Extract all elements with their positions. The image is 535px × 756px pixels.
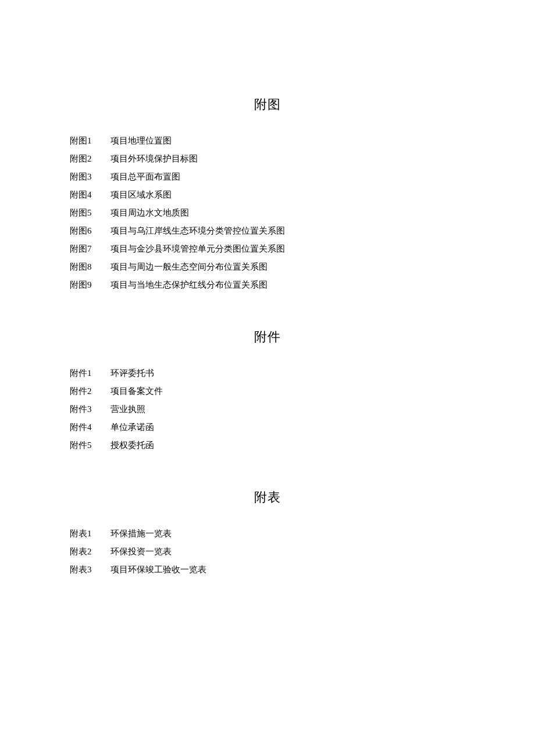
item-description: 环保投资一览表: [110, 543, 465, 560]
item-label: 附件3: [70, 400, 110, 418]
item-description: 项目环保竣工验收一览表: [110, 561, 465, 578]
item-label: 附件1: [70, 364, 110, 382]
list-item: 附图6 项目与乌江岸线生态环境分类管控位置关系图: [70, 222, 465, 239]
item-label: 附图6: [70, 222, 110, 239]
list-item: 附图9 项目与当地生态保护红线分布位置关系图: [70, 276, 465, 293]
item-description: 营业执照: [110, 400, 465, 418]
list-item: 附件2 项目备案文件: [70, 382, 465, 400]
attachments-list: 附件1 环评委托书 附件2 项目备案文件 附件3 营业执照 附件4 单位承诺函 …: [70, 364, 465, 454]
item-description: 项目区域水系图: [110, 186, 465, 203]
list-item: 附图8 项目与周边一般生态空间分布位置关系图: [70, 258, 465, 275]
item-label: 附件2: [70, 382, 110, 400]
item-label: 附图2: [70, 150, 110, 167]
list-item: 附图5 项目周边水文地质图: [70, 204, 465, 221]
item-description: 环评委托书: [110, 364, 465, 382]
item-description: 单位承诺函: [110, 418, 465, 436]
list-item: 附图7 项目与金沙县环境管控单元分类图位置关系图: [70, 240, 465, 257]
item-description: 项目总平面布置图: [110, 168, 465, 185]
item-description: 环保措施一览表: [110, 525, 465, 542]
item-label: 附图8: [70, 258, 110, 275]
item-description: 项目与当地生态保护红线分布位置关系图: [110, 276, 465, 293]
item-label: 附图9: [70, 276, 110, 293]
list-item: 附图4 项目区域水系图: [70, 186, 465, 203]
tables-list: 附表1 环保措施一览表 附表2 环保投资一览表 附表3 项目环保竣工验收一览表: [70, 525, 465, 578]
list-item: 附件3 营业执照: [70, 400, 465, 418]
list-item: 附表1 环保措施一览表: [70, 525, 465, 542]
item-description: 项目与金沙县环境管控单元分类图位置关系图: [110, 240, 465, 257]
section-attachments: 附件 附件1 环评委托书 附件2 项目备案文件 附件3 营业执照 附件4 单位承…: [70, 328, 465, 454]
list-item: 附件5 授权委托函: [70, 436, 465, 454]
list-item: 附件1 环评委托书: [70, 364, 465, 382]
item-label: 附图4: [70, 186, 110, 203]
list-item: 附件4 单位承诺函: [70, 418, 465, 436]
section-title-tables: 附表: [70, 489, 465, 506]
item-label: 附件5: [70, 436, 110, 454]
item-description: 项目备案文件: [110, 382, 465, 400]
item-label: 附图5: [70, 204, 110, 221]
item-label: 附表3: [70, 561, 110, 578]
list-item: 附表2 环保投资一览表: [70, 543, 465, 560]
document-page: 附图 附图1 项目地理位置图 附图2 项目外环境保护目标图 附图3 项目总平面布…: [0, 0, 535, 578]
item-description: 项目地理位置图: [110, 132, 465, 149]
section-tables: 附表 附表1 环保措施一览表 附表2 环保投资一览表 附表3 项目环保竣工验收一…: [70, 489, 465, 578]
item-description: 项目周边水文地质图: [110, 204, 465, 221]
item-description: 项目与乌江岸线生态环境分类管控位置关系图: [110, 222, 465, 239]
item-description: 授权委托函: [110, 436, 465, 454]
item-label: 附图7: [70, 240, 110, 257]
list-item: 附图1 项目地理位置图: [70, 132, 465, 149]
item-label: 附表2: [70, 543, 110, 560]
section-title-figures: 附图: [70, 96, 465, 113]
item-label: 附件4: [70, 418, 110, 436]
list-item: 附表3 项目环保竣工验收一览表: [70, 561, 465, 578]
section-figures: 附图 附图1 项目地理位置图 附图2 项目外环境保护目标图 附图3 项目总平面布…: [70, 96, 465, 293]
item-label: 附图1: [70, 132, 110, 149]
list-item: 附图3 项目总平面布置图: [70, 168, 465, 185]
item-description: 项目外环境保护目标图: [110, 150, 465, 167]
item-label: 附图3: [70, 168, 110, 185]
list-item: 附图2 项目外环境保护目标图: [70, 150, 465, 167]
section-title-attachments: 附件: [70, 328, 465, 346]
item-label: 附表1: [70, 525, 110, 542]
item-description: 项目与周边一般生态空间分布位置关系图: [110, 258, 465, 275]
figures-list: 附图1 项目地理位置图 附图2 项目外环境保护目标图 附图3 项目总平面布置图 …: [70, 132, 465, 293]
